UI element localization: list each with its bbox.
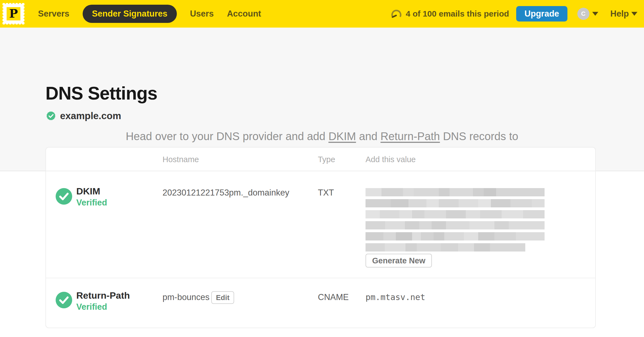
check-circle-icon	[56, 188, 72, 205]
desc-text: and	[356, 130, 380, 142]
redacted-value-line	[366, 232, 545, 240]
redacted-value-line	[366, 210, 545, 218]
edit-hostname-button[interactable]: Edit	[211, 291, 234, 304]
help-menu[interactable]: Help	[610, 9, 637, 19]
account-menu[interactable]: C	[577, 8, 598, 20]
record-hostname: 20230121221753pm._domainkey	[163, 188, 289, 198]
upgrade-button[interactable]: Upgrade	[516, 6, 567, 22]
dkim-link[interactable]: DKIM	[328, 130, 356, 142]
page-title: DNS Settings	[45, 83, 157, 104]
record-value: pm.mtasv.net	[366, 292, 425, 302]
avatar[interactable]: C	[577, 8, 589, 20]
desc-text: DNS records to	[440, 130, 518, 142]
return-path-link[interactable]: Return-Path	[380, 130, 440, 142]
check-circle-icon	[56, 292, 72, 308]
domain-row: example.com	[45, 110, 121, 121]
table-header-row: Hostname Type Add this value	[46, 148, 595, 171]
dns-records-table: Hostname Type Add this value DKIM Verifi…	[45, 147, 596, 328]
redacted-value-line	[366, 221, 545, 229]
column-header-type: Type	[318, 155, 335, 164]
record-name: Return-Path	[76, 290, 130, 301]
logo-letter: P	[9, 8, 18, 20]
record-name: DKIM	[76, 186, 100, 197]
redacted-value-line	[366, 199, 545, 207]
record-status-badge: Verified	[76, 198, 107, 208]
caret-down-icon[interactable]	[592, 12, 598, 16]
verified-seal-icon	[45, 110, 56, 121]
usage-counter: 4 of 100 emails this period	[406, 9, 509, 18]
domain-name: example.com	[60, 110, 121, 121]
top-nav: P Servers Sender Signatures Users Accoun…	[0, 0, 644, 28]
help-label[interactable]: Help	[610, 9, 629, 19]
caret-down-icon[interactable]	[631, 12, 637, 16]
record-status-badge: Verified	[76, 302, 107, 312]
row-divider	[46, 278, 595, 278]
usage-gauge-icon	[391, 10, 402, 18]
postmark-logo[interactable]: P	[2, 3, 25, 25]
record-type: CNAME	[318, 292, 349, 302]
nav-item-servers[interactable]: Servers	[38, 9, 69, 19]
desc-text: Head over to your DNS provider and add	[126, 130, 328, 142]
record-type: TXT	[318, 188, 334, 198]
nav-item-account[interactable]: Account	[227, 9, 261, 19]
nav-item-users[interactable]: Users	[190, 9, 214, 19]
dns-settings-page: P Servers Sender Signatures Users Accoun…	[0, 0, 644, 337]
generate-new-button[interactable]: Generate New	[366, 254, 432, 268]
record-hostname: pm-bounces	[163, 292, 210, 302]
redacted-value-line	[366, 188, 545, 196]
redacted-value-line	[366, 243, 525, 252]
nav-item-sender-signatures[interactable]: Sender Signatures	[83, 5, 177, 23]
column-header-add-this-value: Add this value	[366, 155, 416, 164]
column-header-hostname: Hostname	[163, 155, 199, 164]
stamp-inner: P	[7, 7, 20, 20]
